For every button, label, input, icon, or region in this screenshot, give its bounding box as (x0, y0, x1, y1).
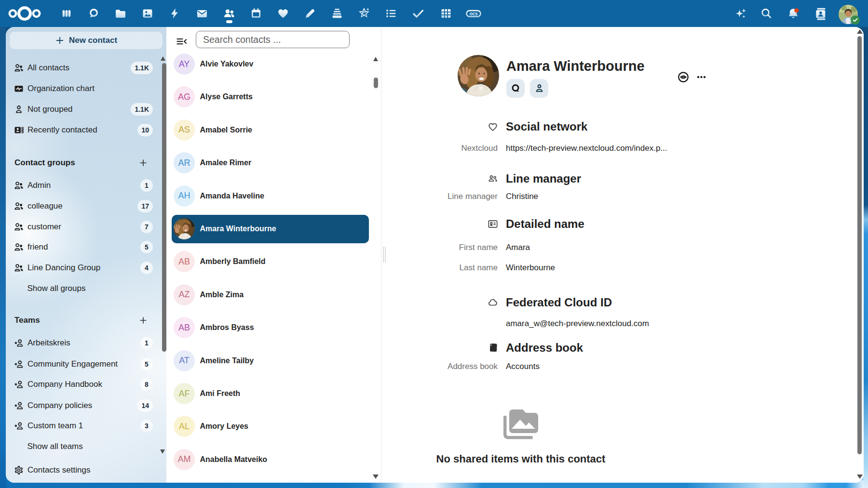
svg-text:C: C (362, 11, 366, 16)
svg-text:ocs: ocs (469, 11, 478, 16)
